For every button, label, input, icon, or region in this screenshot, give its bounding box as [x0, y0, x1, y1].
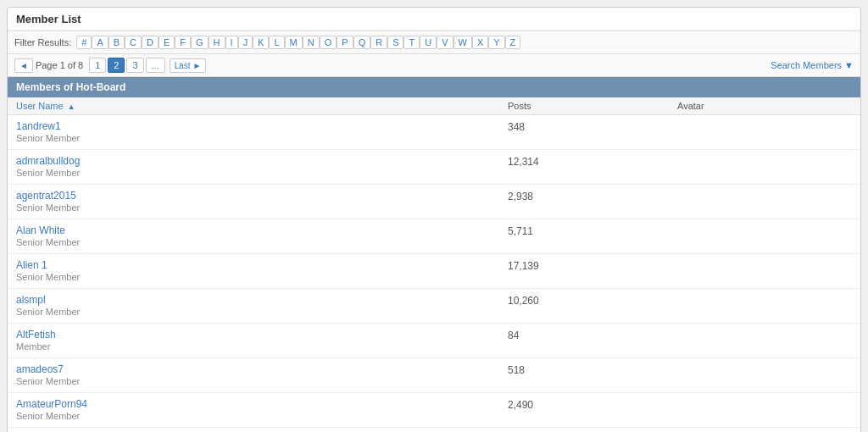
- member-name-col: admralbulldogSenior Member: [16, 155, 508, 179]
- member-name-link[interactable]: AmateurPorn94: [16, 398, 508, 410]
- table-row: Alan WhiteSenior Member5,711: [8, 219, 860, 254]
- member-name-link[interactable]: agentrat2015: [16, 190, 508, 202]
- member-rank: Senior Member: [16, 411, 80, 421]
- member-name-col: AltFetishMember: [16, 329, 508, 352]
- filter-letter-r[interactable]: R: [370, 36, 387, 49]
- member-name-link[interactable]: admralbulldog: [16, 155, 508, 167]
- member-posts: 84: [508, 329, 677, 341]
- filter-letter-f[interactable]: F: [175, 36, 191, 49]
- page-button-2[interactable]: 2: [108, 58, 125, 73]
- filter-letter-#[interactable]: #: [76, 36, 92, 49]
- member-name-col: amadeos7Senior Member: [16, 363, 508, 387]
- filter-letter-d[interactable]: D: [142, 36, 159, 49]
- member-name-link[interactable]: Alan White: [16, 224, 508, 236]
- filter-letter-e[interactable]: E: [159, 36, 175, 49]
- filter-letter-k[interactable]: K: [253, 36, 269, 49]
- member-name-link[interactable]: Alien 1: [16, 259, 508, 271]
- member-posts: 17,139: [508, 259, 677, 272]
- filter-letter-h[interactable]: H: [209, 36, 225, 49]
- filter-letter-z[interactable]: Z: [505, 36, 521, 49]
- member-rank: Senior Member: [16, 237, 80, 247]
- filter-letter-l[interactable]: L: [269, 36, 284, 49]
- page-button-3[interactable]: 3: [126, 58, 143, 73]
- member-name-col: AmateurPorn94Senior Member: [16, 398, 508, 422]
- filter-letter-j[interactable]: J: [238, 36, 253, 49]
- member-name-link[interactable]: 1andrew1: [16, 120, 508, 132]
- page-button-1[interactable]: 1: [89, 58, 106, 73]
- member-name-col: Alan WhiteSenior Member: [16, 224, 508, 248]
- table-row: 1andrew1Senior Member348: [8, 115, 860, 150]
- filter-letter-y[interactable]: Y: [488, 36, 504, 49]
- filter-letter-q[interactable]: Q: [353, 36, 371, 49]
- member-name-col: agentrat2015Senior Member: [16, 190, 508, 213]
- filter-letter-p[interactable]: P: [337, 36, 353, 49]
- filter-letter-b[interactable]: B: [108, 36, 125, 49]
- member-name-col: Alien 1Senior Member: [16, 259, 508, 283]
- table-row: AmateurPorn94Senior Member2,490: [8, 393, 860, 428]
- page-button-...[interactable]: ...: [146, 58, 165, 73]
- filter-letter-t[interactable]: T: [403, 36, 420, 49]
- filter-letter-o[interactable]: O: [320, 36, 337, 49]
- member-posts: 2,490: [508, 398, 677, 411]
- filter-label: Filter Results:: [14, 37, 71, 47]
- page-numbers-container: 123...: [89, 58, 167, 73]
- page-wrapper: Member List Filter Results: #ABCDEFGHIJK…: [7, 7, 861, 432]
- filter-bar: Filter Results: #ABCDEFGHIJKLMNOPQRSTUVW…: [8, 31, 860, 54]
- filter-letter-x[interactable]: X: [472, 36, 488, 49]
- members-container: 1andrew1Senior Member348admralbulldogSen…: [8, 115, 860, 432]
- filter-letter-c[interactable]: C: [125, 36, 142, 49]
- member-rank: Senior Member: [16, 133, 80, 143]
- filter-letter-s[interactable]: S: [387, 36, 403, 49]
- member-posts: 10,260: [508, 294, 677, 307]
- filter-letter-m[interactable]: M: [285, 36, 303, 49]
- pagination-left: ◄ Page 1 of 8 123... Last ►: [14, 58, 206, 73]
- member-name-col: alsmplSenior Member: [16, 294, 508, 318]
- table-row: alsmplSenior Member10,260: [8, 289, 860, 324]
- table-row: anastasia55Senior Member4,587: [8, 428, 860, 432]
- member-name-link[interactable]: AltFetish: [16, 329, 508, 341]
- member-posts: 348: [508, 120, 677, 133]
- member-rank: Member: [16, 341, 50, 352]
- filter-letter-v[interactable]: V: [437, 36, 453, 49]
- table-row: agentrat2015Senior Member2,938: [8, 185, 860, 219]
- pagination-bar: ◄ Page 1 of 8 123... Last ► Search Membe…: [8, 54, 860, 77]
- table-row: Alien 1Senior Member17,139: [8, 254, 860, 289]
- member-posts: 12,314: [508, 155, 677, 168]
- member-posts: 2,938: [508, 190, 677, 202]
- prev-page-button[interactable]: ◄: [14, 58, 33, 73]
- member-rank: Senior Member: [16, 272, 80, 282]
- col-avatar-header: Avatar: [677, 101, 852, 111]
- table-row: AltFetishMember84: [8, 324, 860, 358]
- col-username-header[interactable]: User Name ▲: [16, 101, 508, 111]
- member-posts: 5,711: [508, 224, 677, 237]
- filter-letter-n[interactable]: N: [303, 36, 320, 49]
- page-info: Page 1 of 8: [36, 60, 83, 70]
- member-rank: Senior Member: [16, 168, 80, 178]
- filter-letter-i[interactable]: I: [225, 36, 238, 49]
- page-title: Member List: [8, 8, 860, 31]
- member-name-col: 1andrew1Senior Member: [16, 120, 508, 144]
- last-page-button[interactable]: Last ►: [170, 58, 207, 73]
- member-name-link[interactable]: alsmpl: [16, 294, 508, 306]
- filter-letter-w[interactable]: W: [453, 36, 472, 49]
- section-header: Members of Hot-Board: [8, 77, 860, 97]
- member-rank: Senior Member: [16, 376, 80, 386]
- member-posts: 518: [508, 363, 677, 376]
- sort-arrow-icon: ▲: [68, 102, 75, 111]
- member-rank: Senior Member: [16, 202, 80, 213]
- table-row: amadeos7Senior Member518: [8, 358, 860, 393]
- filter-letter-g[interactable]: G: [191, 36, 209, 49]
- filter-letter-a[interactable]: A: [92, 36, 108, 49]
- member-name-link[interactable]: amadeos7: [16, 363, 508, 375]
- filter-letters-container: #ABCDEFGHIJKLMNOPQRSTUVWXYZ: [76, 36, 520, 49]
- table-header: User Name ▲ Posts Avatar: [8, 97, 860, 115]
- col-posts-header: Posts: [508, 101, 677, 111]
- filter-letter-u[interactable]: U: [420, 36, 437, 49]
- table-row: admralbulldogSenior Member12,314: [8, 150, 860, 185]
- member-rank: Senior Member: [16, 307, 80, 317]
- search-members-link[interactable]: Search Members ▼: [771, 60, 854, 70]
